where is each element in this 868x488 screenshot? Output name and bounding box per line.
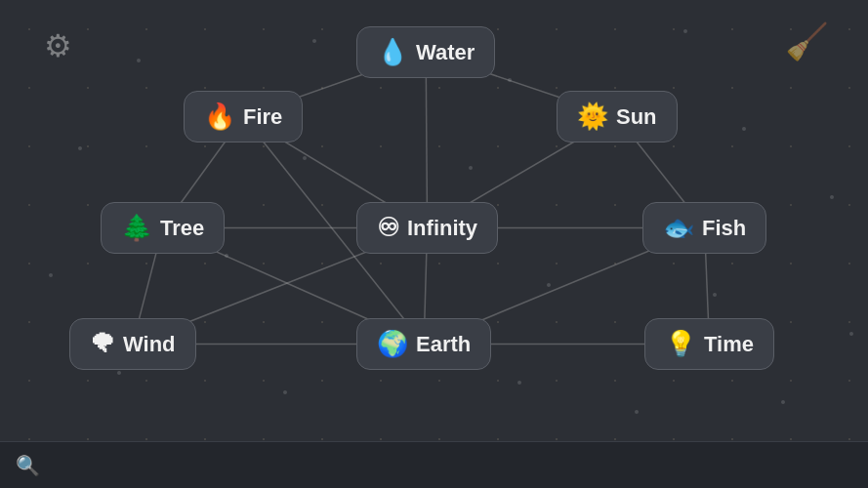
node-fire[interactable]: 🔥Fire bbox=[184, 91, 303, 142]
bottom-bar: 🔍 bbox=[0, 441, 868, 488]
node-tree[interactable]: 🌲Tree bbox=[101, 202, 225, 254]
earth-emoji: 🌍 bbox=[377, 329, 408, 359]
fire-emoji: 🔥 bbox=[204, 102, 235, 132]
wind-label: Wind bbox=[123, 332, 176, 357]
sun-label: Sun bbox=[616, 104, 657, 130]
node-sun[interactable]: 🌞Sun bbox=[557, 91, 678, 142]
wind-emoji: 🌪 bbox=[90, 329, 115, 359]
water-label: Water bbox=[416, 40, 475, 65]
sun-emoji: 🌞 bbox=[577, 102, 608, 132]
node-time[interactable]: 💡Time bbox=[644, 318, 774, 370]
infinity-label: Infinity bbox=[407, 216, 477, 241]
infinity-emoji: ♾ bbox=[377, 213, 399, 243]
earth-label: Earth bbox=[416, 332, 471, 357]
node-wind[interactable]: 🌪Wind bbox=[69, 318, 196, 370]
broom-icon[interactable]: 🧹 bbox=[785, 21, 829, 62]
node-infinity[interactable]: ♾Infinity bbox=[356, 202, 498, 254]
search-icon[interactable]: 🔍 bbox=[16, 454, 40, 477]
fire-label: Fire bbox=[243, 104, 282, 130]
node-water[interactable]: 💧Water bbox=[356, 26, 495, 78]
time-emoji: 💡 bbox=[665, 329, 696, 359]
tree-emoji: 🌲 bbox=[121, 213, 152, 243]
water-emoji: 💧 bbox=[377, 37, 408, 67]
fish-emoji: 🐟 bbox=[663, 213, 694, 243]
fish-label: Fish bbox=[702, 216, 746, 241]
node-fish[interactable]: 🐟Fish bbox=[642, 202, 766, 254]
gear-icon[interactable]: ⚙ bbox=[44, 27, 72, 64]
time-label: Time bbox=[704, 332, 754, 357]
node-earth[interactable]: 🌍Earth bbox=[356, 318, 491, 370]
tree-label: Tree bbox=[160, 216, 204, 241]
